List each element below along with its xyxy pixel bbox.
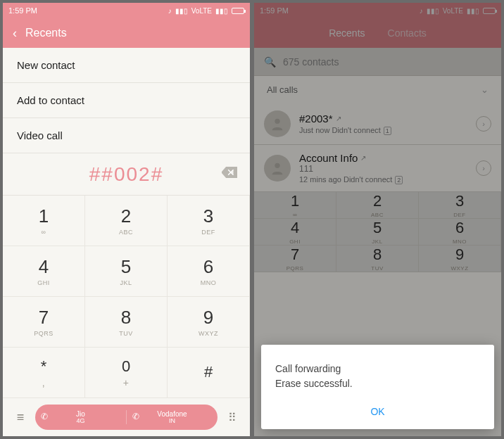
- phone-right: 1:59 PM ♪ ▮▮▯ VoLTE ▮▮▯ Recents Contacts…: [254, 3, 501, 436]
- status-time: 1:59 PM: [8, 6, 37, 15]
- header: ‹ Recents: [3, 18, 250, 48]
- volte-label: VoLTE: [191, 7, 212, 15]
- dialpad-toggle-button[interactable]: ⠿: [222, 411, 243, 424]
- key-9[interactable]: 9WXYZ: [168, 297, 250, 348]
- ok-button[interactable]: OK: [370, 406, 384, 417]
- battery-icon: [232, 8, 244, 14]
- dialed-number: ##002#: [89, 163, 163, 186]
- key-hash[interactable]: #: [168, 348, 250, 398]
- signal2-icon: ▮▮▯: [215, 7, 228, 15]
- key-7[interactable]: 7PQRS: [3, 297, 85, 348]
- phone-icon: ✆: [132, 412, 139, 421]
- key-5[interactable]: 5JKL: [85, 246, 168, 297]
- bell-icon: ♪: [168, 7, 172, 15]
- key-4[interactable]: 4GHI: [3, 246, 85, 297]
- header-title: Recents: [25, 27, 67, 39]
- call-pill: ✆ Jio 4G ✆ Vodafone IN: [35, 405, 218, 430]
- dialpad: 1∞ 2ABC 3DEF 4GHI 5JKL 6MNO 7PQRS 8TUV 9…: [3, 196, 250, 398]
- dialog: Call forwarding Erase successful. OK: [261, 345, 494, 429]
- backspace-button[interactable]: [222, 167, 237, 182]
- key-2[interactable]: 2ABC: [85, 196, 168, 246]
- key-6[interactable]: 6MNO: [168, 246, 250, 297]
- signal-icon: ▮▮▯: [175, 7, 188, 15]
- dialog-message: Call forwarding Erase successful.: [275, 362, 480, 391]
- key-3[interactable]: 3DEF: [168, 196, 250, 246]
- menu-button[interactable]: ≡: [10, 410, 31, 425]
- phone-icon: ✆: [41, 412, 48, 421]
- menu-video-call[interactable]: Video call: [3, 118, 250, 153]
- menu-new-contact[interactable]: New contact: [3, 48, 250, 83]
- key-1[interactable]: 1∞: [3, 196, 85, 246]
- sim1-call-button[interactable]: ✆ Jio 4G: [35, 410, 127, 425]
- key-star[interactable]: *,: [3, 348, 85, 398]
- number-display: ##002#: [3, 153, 250, 196]
- bottom-bar: ≡ ✆ Jio 4G ✆ Vodafone IN ⠿: [3, 398, 250, 436]
- status-bar: 1:59 PM ♪ ▮▮▯ VoLTE ▮▮▯: [3, 3, 250, 18]
- menu-list: New contact Add to contact Video call: [3, 48, 250, 153]
- key-8[interactable]: 8TUV: [85, 297, 168, 348]
- phone-left: 1:59 PM ♪ ▮▮▯ VoLTE ▮▮▯ ‹ Recents New co…: [3, 3, 250, 436]
- menu-add-to-contact[interactable]: Add to contact: [3, 83, 250, 118]
- sim2-call-button[interactable]: ✆ Vodafone IN: [127, 410, 218, 425]
- key-0[interactable]: 0+: [85, 348, 168, 398]
- back-button[interactable]: ‹: [13, 26, 17, 41]
